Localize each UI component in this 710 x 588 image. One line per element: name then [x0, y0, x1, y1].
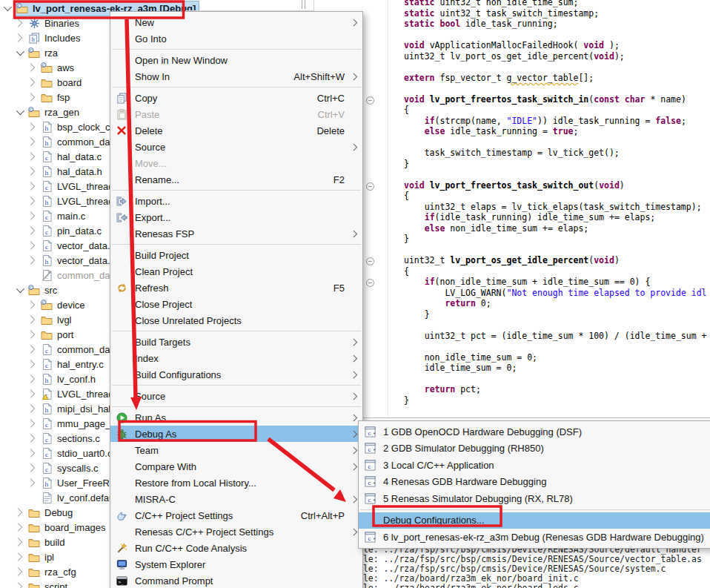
- chevron-right-icon[interactable]: [27, 196, 35, 205]
- menu-item-build-configurations[interactable]: Build Configurations: [110, 366, 362, 383]
- fold-collapse-icon[interactable]: [366, 279, 374, 287]
- tree-item-rza[interactable]: Crza: [15, 45, 58, 60]
- menu-item-source[interactable]: Source: [110, 388, 362, 404]
- tree-item-hal-data-c[interactable]: chal_data.c: [27, 149, 102, 164]
- tree-item-fsp[interactable]: fsp: [27, 90, 70, 105]
- tree-item-user-freerto[interactable]: hUser_FreeRTO: [27, 475, 122, 490]
- tree-item-board[interactable]: board: [27, 75, 82, 90]
- chevron-right-icon[interactable]: [27, 374, 35, 383]
- chevron-right-icon[interactable]: [14, 508, 22, 516]
- menu-item-copy[interactable]: CopyCtrl+C: [110, 90, 362, 106]
- tree-item-lv-conf-h[interactable]: hlv_conf.h: [27, 371, 96, 386]
- fold-collapse-icon[interactable]: [366, 182, 374, 191]
- chevron-right-icon[interactable]: [27, 241, 35, 249]
- chevron-right-icon[interactable]: [14, 523, 22, 531]
- menu-item-debug-configurations[interactable]: Debug Configurations...: [359, 512, 710, 529]
- menu-item-go-into[interactable]: Go Into: [110, 30, 362, 47]
- menu-item-2-gdb-simulator-debugging-rh850[interactable]: c*2 GDB Simulator Debugging (RH850): [359, 440, 710, 457]
- menu-item-build-project[interactable]: Build Project: [110, 247, 362, 263]
- menu-item-close-project[interactable]: Close Project: [110, 296, 362, 312]
- tree-item-src[interactable]: Csrc: [15, 283, 57, 297]
- tree-item-lvgl[interactable]: lvgl: [27, 312, 72, 327]
- tree-item-lvgl-thread-[interactable]: cLVGL_thread.: [27, 179, 116, 194]
- tree-item-stdio-uart0-c[interactable]: cstdio_uart0.c: [27, 446, 112, 460]
- chevron-right-icon[interactable]: [27, 122, 35, 131]
- menu-item-import[interactable]: Import...: [110, 193, 362, 209]
- menu-item-move[interactable]: Move...: [110, 155, 362, 171]
- menu-item-show-in[interactable]: Show InAlt+Shift+W: [110, 68, 362, 85]
- chevron-right-icon[interactable]: [27, 330, 35, 338]
- chevron-right-icon[interactable]: [27, 345, 35, 353]
- chevron-right-icon[interactable]: [27, 449, 35, 457]
- fold-collapse-icon[interactable]: [366, 257, 374, 265]
- chevron-right-icon[interactable]: [27, 315, 35, 323]
- menu-item-3-local-c-c-application[interactable]: c3 Local C/C++ Application: [359, 457, 710, 474]
- menu-item-misra-c[interactable]: MISRA-C: [110, 491, 362, 507]
- chevron-right-icon[interactable]: [27, 226, 35, 234]
- tree-item-common-dat[interactable]: hcommon_dat: [27, 134, 113, 149]
- tree-item-rza-gen[interactable]: Crza_gen: [15, 105, 79, 119]
- chevron-right-icon[interactable]: [14, 552, 22, 561]
- tree-item-sections-c[interactable]: csections.c: [27, 431, 100, 446]
- menu-item-command-prompt[interactable]: >_Command Prompt: [110, 572, 362, 588]
- tree-item-build[interactable]: build: [15, 535, 64, 549]
- chevron-down-icon[interactable]: [16, 107, 24, 115]
- chevron-right-icon[interactable]: [27, 419, 35, 427]
- chevron-right-icon[interactable]: [27, 78, 35, 86]
- menu-item-6-lv-port-renesas-ek-rz-a3m-debug-renesas-gdb-hardware-debugging[interactable]: c*6 lv_port_renesas-ek-rz_a3m Debug (Ren…: [359, 529, 710, 546]
- chevron-right-icon[interactable]: [27, 182, 35, 190]
- sash-handle[interactable]: [302, 0, 305, 9]
- code-editor[interactable]: static uint32_t non_idle_time_sum;static…: [314, 0, 710, 417]
- tree-item-mipi-dsi-hal-h[interactable]: hmipi_dsi_hal.h: [27, 401, 119, 416]
- tree-item-pin-data-c[interactable]: cpin_data.c: [27, 223, 102, 238]
- menu-item-delete[interactable]: DeleteDelete: [110, 122, 362, 139]
- fold-collapse-icon[interactable]: [366, 96, 374, 105]
- menu-item-clean-project[interactable]: Clean Project: [110, 263, 362, 280]
- tree-item-hal-entry-c[interactable]: chal_entry.c: [27, 357, 104, 371]
- menu-item-rename[interactable]: Rename...F2: [110, 171, 362, 188]
- tree-item-rza-cfg[interactable]: rza_cfg: [15, 564, 76, 579]
- chevron-right-icon[interactable]: [27, 93, 35, 101]
- menu-item-1-gdb-openocd-hardware-debugging-dsf[interactable]: c*1 GDB OpenOCD Hardware Debugging (DSF): [359, 423, 710, 440]
- tree-item-syscalls-c[interactable]: csyscalls.c: [27, 460, 99, 475]
- menu-item-renesas-c-c-project-settings[interactable]: Renesas C/C++ Project Settings: [110, 523, 362, 540]
- tree-item-ipl[interactable]: ipl: [15, 549, 54, 564]
- tree-item-board-images[interactable]: board_images: [15, 520, 105, 535]
- menu-item-build-targets[interactable]: Build Targets: [110, 334, 362, 350]
- menu-item-paste[interactable]: PasteCtrl+V: [110, 106, 362, 122]
- chevron-down-icon[interactable]: [16, 47, 24, 56]
- tree-item-lv-conf-defau[interactable]: lv_conf.defau: [27, 490, 114, 505]
- tree-item-lvgl-thread-[interactable]: cLVGL_thread_: [27, 386, 119, 401]
- menu-item-c-c-project-settings[interactable]: C/C++ Project SettingsCtrl+Alt+P: [110, 507, 362, 523]
- chevron-right-icon[interactable]: [14, 582, 22, 588]
- menu-item-open-in-new-window[interactable]: Open in New Window: [110, 52, 362, 68]
- tree-item-debug[interactable]: Debug: [15, 505, 73, 520]
- menu-item-export[interactable]: Export...: [110, 209, 362, 225]
- chevron-right-icon[interactable]: [14, 567, 22, 575]
- tree-item-lvgl-thread-[interactable]: hLVGL_thread.: [27, 194, 116, 208]
- menu-item-new[interactable]: New: [110, 14, 362, 30]
- tree-item-common-dat[interactable]: ccommon_dat: [27, 342, 113, 357]
- tree-item-script[interactable]: script: [15, 579, 67, 588]
- tree-item-vector-data-h[interactable]: hvector_data.h: [27, 253, 116, 268]
- chevron-right-icon[interactable]: [27, 300, 35, 308]
- menu-item-refresh[interactable]: RefreshF5: [110, 280, 362, 296]
- menu-item-run-c-c-code-analysis[interactable]: Run C/C++ Code Analysis: [110, 540, 362, 556]
- tree-item-vector-data-c[interactable]: cvector_data.c: [27, 238, 115, 253]
- menu-item-run-as[interactable]: Run As: [110, 409, 362, 426]
- menu-item-source[interactable]: Source: [110, 139, 362, 155]
- menu-item-debug-as[interactable]: Debug As: [110, 426, 362, 442]
- menu-item-4-renesas-gdb-hardware-debugging[interactable]: c*4 Renesas GDB Hardware Debugging: [359, 474, 710, 491]
- chevron-right-icon[interactable]: [27, 137, 35, 145]
- tree-item-port[interactable]: port: [27, 327, 73, 342]
- chevron-down-icon[interactable]: [16, 285, 24, 293]
- chevron-right-icon[interactable]: [14, 19, 22, 27]
- chevron-right-icon[interactable]: [14, 33, 22, 42]
- tree-item-hal-data-h[interactable]: hhal_data.h: [27, 164, 102, 179]
- chevron-right-icon[interactable]: [27, 360, 35, 368]
- chevron-right-icon[interactable]: [27, 167, 35, 175]
- menu-item-restore-from-local-history[interactable]: Restore from Local History...: [110, 475, 362, 491]
- chevron-right-icon[interactable]: [27, 404, 35, 412]
- menu-item-system-explorer[interactable]: System Explorer: [110, 556, 362, 572]
- chevron-right-icon[interactable]: [14, 538, 22, 546]
